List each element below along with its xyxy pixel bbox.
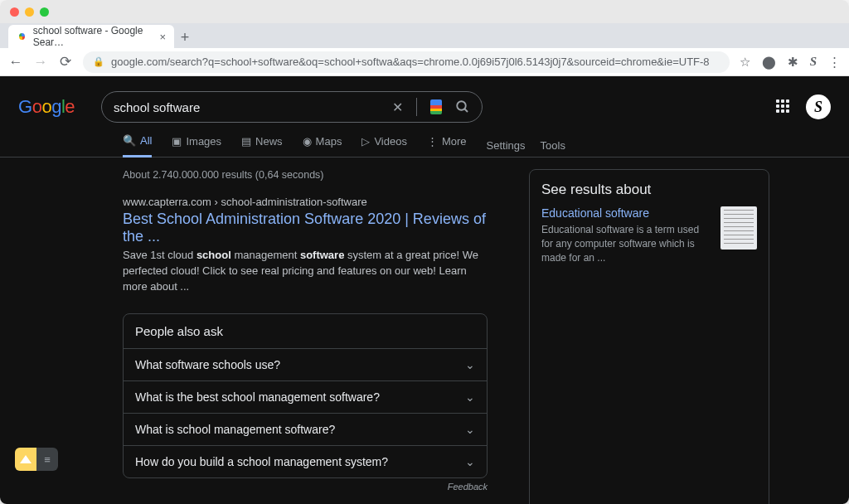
tab-title: school software - Google Sear… xyxy=(33,25,154,48)
settings-link[interactable]: Settings xyxy=(487,139,526,152)
kp-header: See results about xyxy=(541,182,757,198)
tab-images[interactable]: ▣Images xyxy=(172,135,221,156)
search-tabs: 🔍All ▣Images ▤News ◉Maps ▷Videos ⋮More S… xyxy=(0,123,849,158)
tab-more[interactable]: ⋮More xyxy=(427,135,467,156)
window-maximize-button[interactable] xyxy=(40,7,49,17)
url-input[interactable]: 🔒 google.com/search?q=school+software&oq… xyxy=(83,51,730,73)
clear-icon[interactable]: ✕ xyxy=(390,99,405,114)
extension-icon[interactable]: ⬤ xyxy=(762,55,776,70)
search-box[interactable]: ✕ xyxy=(101,91,483,123)
paa-question[interactable]: What software schools use?⌄ xyxy=(124,348,487,380)
kp-title-link[interactable]: Educational software xyxy=(541,206,712,220)
page-content: Google ✕ S 🔍All ▣Images xyxy=(0,76,849,504)
tab-news[interactable]: ▤News xyxy=(241,135,283,156)
svg-line-1 xyxy=(464,109,468,112)
paa-question[interactable]: What is the best school management softw… xyxy=(124,380,487,413)
reload-icon[interactable]: ⟳ xyxy=(58,53,73,70)
feedback-link[interactable]: Feedback xyxy=(123,482,488,492)
back-icon[interactable]: ← xyxy=(8,54,23,70)
chevron-down-icon: ⌄ xyxy=(465,455,475,468)
search-icon[interactable] xyxy=(455,99,470,114)
menu-icon[interactable]: ⋮ xyxy=(828,55,841,70)
google-logo[interactable]: Google xyxy=(18,96,75,118)
window-close-button[interactable] xyxy=(10,7,19,17)
divider xyxy=(416,98,417,116)
browser-tab[interactable]: school software - Google Sear… × xyxy=(8,25,174,48)
result-stats: About 2.740.000.000 results (0,64 second… xyxy=(123,169,488,181)
url-text: google.com/search?q=school+software&oq=s… xyxy=(111,56,710,68)
result-title[interactable]: Best School Administration Software 2020… xyxy=(123,211,488,245)
chevron-down-icon: ⌄ xyxy=(465,423,475,436)
kp-description: Educational software is a term used for … xyxy=(541,223,712,264)
puzzle-icon[interactable]: ✱ xyxy=(788,55,798,70)
tab-maps[interactable]: ◉Maps xyxy=(303,135,342,156)
google-favicon-icon xyxy=(17,31,27,42)
tools-link[interactable]: Tools xyxy=(541,139,565,152)
svg-point-0 xyxy=(457,101,466,110)
play-icon: ▷ xyxy=(361,135,370,148)
chevron-down-icon: ⌄ xyxy=(465,358,475,371)
paa-question[interactable]: What is school management software?⌄ xyxy=(124,413,487,445)
people-also-ask: People also ask What software schools us… xyxy=(123,313,488,478)
account-avatar[interactable]: S xyxy=(806,94,831,119)
result-snippet: Save 1st cloud school management softwar… xyxy=(123,248,488,295)
tab-videos[interactable]: ▷Videos xyxy=(361,135,407,156)
tab-all[interactable]: 🔍All xyxy=(123,134,152,158)
theme-widget[interactable]: ≡ xyxy=(15,448,58,471)
star-icon[interactable]: ☆ xyxy=(740,55,750,70)
news-icon: ▤ xyxy=(241,135,251,148)
close-icon[interactable]: × xyxy=(159,31,166,43)
search-input[interactable] xyxy=(114,100,390,114)
search-icon: 🔍 xyxy=(123,134,136,147)
list-icon: ≡ xyxy=(36,448,58,471)
sun-icon xyxy=(15,448,36,471)
window-titlebar xyxy=(0,0,849,23)
more-icon: ⋮ xyxy=(427,135,438,148)
paa-title: People also ask xyxy=(124,314,487,348)
address-bar: ← → ⟳ 🔒 google.com/search?q=school+softw… xyxy=(0,48,849,76)
mic-icon[interactable] xyxy=(429,99,444,114)
browser-tabbar: school software - Google Sear… × + xyxy=(0,23,849,48)
pin-icon: ◉ xyxy=(303,135,312,148)
kp-thumbnail[interactable] xyxy=(720,206,757,250)
chevron-down-icon: ⌄ xyxy=(465,390,475,404)
image-icon: ▣ xyxy=(172,135,182,148)
forward-icon[interactable]: → xyxy=(33,54,48,70)
new-tab-button[interactable]: + xyxy=(174,27,196,48)
knowledge-panel: See results about Educational software E… xyxy=(529,169,769,504)
profile-icon[interactable]: S xyxy=(810,55,817,69)
window-minimize-button[interactable] xyxy=(25,7,34,17)
lock-icon: 🔒 xyxy=(93,56,104,67)
search-result: www.capterra.com › school-administration… xyxy=(123,196,488,295)
result-breadcrumb: www.capterra.com › school-administration… xyxy=(123,196,488,208)
paa-question[interactable]: How do you build a school management sys… xyxy=(124,445,487,477)
apps-icon[interactable] xyxy=(776,99,791,114)
